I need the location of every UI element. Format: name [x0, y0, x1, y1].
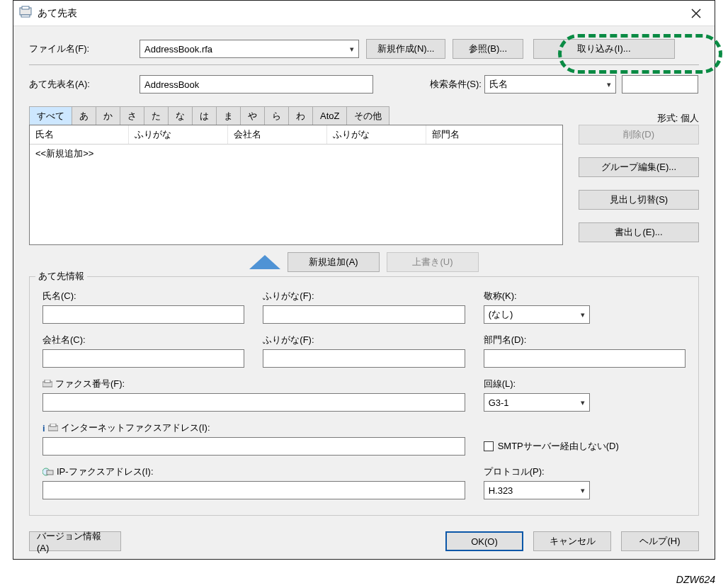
file-combo[interactable]: AddressBook.rfa ▾ — [140, 40, 359, 58]
fax-label: ファクス番号(F): — [42, 378, 465, 390]
col-company[interactable]: 会社名 — [228, 125, 327, 144]
cancel-button[interactable]: キャンセル — [533, 531, 611, 551]
tab-ka[interactable]: か — [96, 106, 120, 125]
triangle-up-icon — [249, 255, 280, 269]
tab-all[interactable]: すべて — [29, 106, 72, 125]
search-input[interactable] — [622, 75, 698, 94]
fax-icon — [48, 424, 58, 432]
name-label: 氏名(C): — [42, 290, 244, 303]
furigana2-label: ふりがな(F): — [263, 334, 465, 346]
col-furigana[interactable]: ふりがな — [129, 125, 228, 144]
tab-atoz[interactable]: AtoZ — [312, 106, 347, 125]
add-button[interactable]: 新規追加(A) — [288, 252, 380, 272]
contact-info-group: あて先情報 氏名(C): ふりがな(F): 敬称(K): (なし) — [29, 276, 699, 516]
export-button[interactable]: 書出し(E)... — [579, 222, 699, 242]
chevron-down-icon: ▾ — [581, 486, 585, 495]
tab-wa[interactable]: わ — [288, 106, 313, 125]
search-label: 検索条件(S): — [430, 78, 482, 91]
furigana1-label: ふりがな(F): — [263, 290, 465, 303]
new-button[interactable]: 新規作成(N)... — [366, 39, 445, 59]
smtp-checkbox[interactable] — [484, 441, 494, 451]
globe-fax-icon — [42, 468, 54, 476]
tab-na[interactable]: な — [168, 106, 193, 125]
col-dept[interactable]: 部門名 — [426, 125, 562, 144]
honorific-label: 敬称(K): — [484, 290, 686, 303]
chevron-down-icon: ▾ — [581, 310, 585, 320]
info-icon: i — [42, 423, 45, 434]
ipfax-label: IP-ファクスアドレス(I): — [42, 465, 465, 478]
browse-button[interactable]: 参照(B)... — [453, 39, 523, 59]
search-combo[interactable]: 氏名 ▾ — [484, 75, 616, 94]
titlebar: あて先表 — [13, 1, 715, 26]
svg-rect-8 — [47, 470, 53, 475]
protocol-label: プロトコル(P): — [484, 465, 686, 478]
col-name[interactable]: 氏名 — [30, 125, 129, 144]
ipfax-input[interactable] — [42, 481, 465, 499]
index-tabs: すべて あ か さ た な は ま や ら わ AtoZ その他 — [29, 106, 389, 125]
image-id: DZW624 — [676, 574, 715, 585]
list-header: 氏名 ふりがな 会社名 ふりがな 部門名 — [30, 125, 562, 145]
ifax-input[interactable] — [42, 437, 465, 456]
dept-label: 部門名(D): — [484, 334, 686, 346]
furigana2-input[interactable] — [263, 349, 465, 368]
tab-ta[interactable]: た — [144, 106, 169, 125]
chevron-down-icon: ▾ — [607, 80, 611, 89]
tab-a[interactable]: あ — [72, 106, 96, 125]
addressbook-name-input[interactable]: AddressBook — [140, 75, 373, 94]
chevron-down-icon: ▾ — [581, 398, 585, 407]
overwrite-button: 上書き(U) — [387, 252, 479, 272]
ok-button[interactable]: OK(O) — [445, 531, 523, 551]
company-input[interactable] — [42, 349, 244, 368]
file-label: ファイル名(F): — [29, 43, 140, 55]
name-input[interactable] — [42, 305, 244, 324]
svg-rect-4 — [45, 380, 50, 383]
tab-ma[interactable]: ま — [216, 106, 241, 125]
furigana1-input[interactable] — [263, 305, 465, 324]
version-button[interactable]: バージョン情報(A) — [29, 531, 121, 551]
svg-rect-6 — [50, 424, 56, 426]
fax-icon — [42, 380, 52, 388]
format-label: 形式: 個人 — [657, 112, 699, 125]
dept-input[interactable] — [484, 349, 686, 368]
line-label: 回線(L): — [484, 378, 686, 390]
company-label: 会社名(C): — [42, 334, 244, 346]
import-button[interactable]: 取り込み(I)... — [533, 39, 675, 59]
delete-button: 削除(D) — [579, 125, 699, 145]
honorific-combo[interactable]: (なし) ▾ — [484, 305, 590, 324]
tab-other[interactable]: その他 — [346, 106, 389, 125]
help-button[interactable]: ヘルプ(H) — [621, 531, 699, 551]
close-button[interactable] — [682, 4, 710, 23]
contacts-list[interactable]: 氏名 ふりがな 会社名 ふりがな 部門名 <<新規追加>> — [29, 125, 563, 245]
heading-toggle-button[interactable]: 見出し切替(S) — [579, 190, 699, 210]
ifax-label: i インターネットファクスアドレス(I): — [42, 422, 465, 434]
window-title: あて先表 — [38, 7, 77, 20]
protocol-combo[interactable]: H.323 ▾ — [484, 481, 590, 499]
list-placeholder-row[interactable]: <<新規追加>> — [30, 145, 562, 163]
tab-ha[interactable]: は — [192, 106, 217, 125]
line-combo[interactable]: G3-1 ▾ — [484, 393, 590, 412]
smtp-checkbox-label[interactable]: SMTPサーバー経由しない(D) — [484, 440, 686, 453]
addressbook-name-label: あて先表名(A): — [29, 78, 140, 91]
fax-input[interactable] — [42, 393, 465, 412]
group-edit-button[interactable]: グループ編集(E)... — [579, 157, 699, 177]
chevron-down-icon: ▾ — [350, 45, 354, 54]
tab-ya[interactable]: や — [240, 106, 265, 125]
app-icon — [19, 6, 32, 21]
file-value: AddressBook.rfa — [144, 44, 212, 55]
svg-rect-2 — [21, 15, 30, 17]
tab-ra[interactable]: ら — [264, 106, 289, 125]
svg-rect-1 — [22, 6, 29, 9]
col-furigana2[interactable]: ふりがな — [327, 125, 426, 144]
group-legend: あて先情報 — [35, 270, 87, 283]
tab-sa[interactable]: さ — [120, 106, 144, 125]
